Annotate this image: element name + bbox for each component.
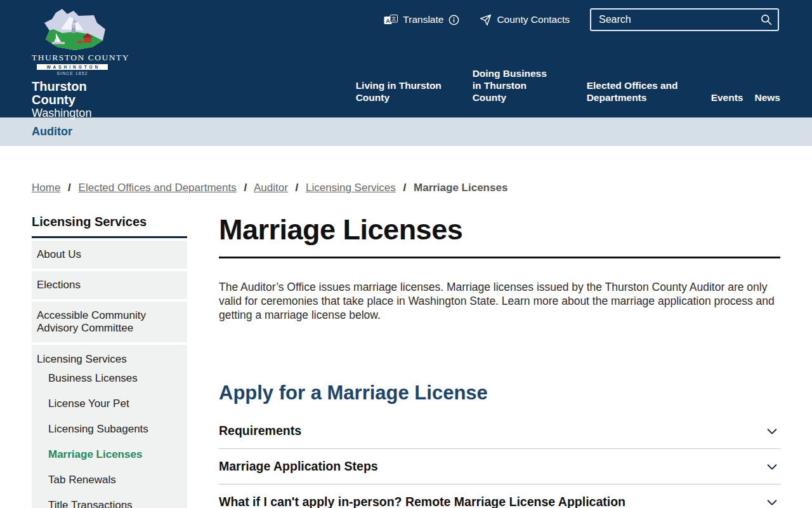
chevron-down-icon xyxy=(765,424,779,438)
accordion-label: What if I can't apply in-person? Remote … xyxy=(219,495,625,508)
translate-label: Translate xyxy=(403,14,443,25)
sidebar-item-licensing-services[interactable]: Licensing Services xyxy=(32,353,187,366)
breadcrumb-elected-offices[interactable]: Elected Offices and Departments xyxy=(79,182,237,194)
accordion-requirements[interactable]: Requirements xyxy=(219,413,780,449)
breadcrumb-current: Marriage Licenses xyxy=(414,182,508,194)
main-nav: Living in Thurston County Doing Business… xyxy=(356,67,780,104)
page-title: Marriage Licenses xyxy=(219,215,780,245)
nav-news[interactable]: News xyxy=(755,91,781,104)
sidebar-item-title-transactions[interactable]: Title Transactions xyxy=(32,493,187,508)
county-seal-icon xyxy=(37,8,108,52)
search-box[interactable] xyxy=(590,8,779,31)
breadcrumb-separator: / xyxy=(296,182,299,194)
sidebar-item-license-your-pet[interactable]: License Your Pet xyxy=(32,391,187,417)
county-contacts-link[interactable]: County Contacts xyxy=(480,14,570,26)
content-area: Licensing Services About Us Elections Ac… xyxy=(0,215,812,508)
site-header: THURSTON COUNTY WASHINGTON SINCE 1852 Th… xyxy=(0,0,812,117)
translate-button[interactable]: A 文 Translate xyxy=(384,14,459,25)
sidebar-item-about-us[interactable]: About Us xyxy=(32,241,187,269)
nav-doing-business[interactable]: Doing Business in Thurston County xyxy=(473,67,558,104)
info-icon[interactable] xyxy=(449,15,459,25)
sidebar-item-accessible-community-advisory-committee[interactable]: Accessible Community Advisory Committee xyxy=(32,302,187,342)
seal-title: THURSTON COUNTY xyxy=(32,53,113,63)
svg-text:文: 文 xyxy=(391,16,396,22)
accordion-list: Requirements Marriage Application Steps … xyxy=(219,413,780,508)
sidebar-item-marriage-licenses[interactable]: Marriage Licenses xyxy=(32,442,187,467)
nav-living-in-thurston-county[interactable]: Living in Thurston County xyxy=(356,79,443,104)
breadcrumb-separator: / xyxy=(244,182,247,194)
breadcrumb-separator: / xyxy=(403,182,407,194)
breadcrumb-auditor[interactable]: Auditor xyxy=(254,182,288,194)
breadcrumb-home[interactable]: Home xyxy=(32,182,60,194)
department-link[interactable]: Auditor xyxy=(32,125,72,138)
accordion-label: Requirements xyxy=(219,424,301,438)
search-input[interactable] xyxy=(599,14,760,25)
sidebar-title: Licensing Services xyxy=(32,215,187,238)
section-title: Apply for a Marriage License xyxy=(219,382,780,403)
main-column: Marriage Licenses The Auditor’s Office i… xyxy=(219,215,780,508)
sidebar: Licensing Services About Us Elections Ac… xyxy=(32,215,187,508)
search-icon[interactable] xyxy=(760,13,773,26)
department-bar: Auditor xyxy=(0,117,812,146)
county-contacts-label: County Contacts xyxy=(497,14,570,25)
accordion-label: Marriage Application Steps xyxy=(219,459,378,474)
seal-band: WASHINGTON xyxy=(37,64,108,70)
chevron-down-icon xyxy=(765,460,779,474)
title-divider xyxy=(219,257,780,258)
breadcrumb-licensing-services[interactable]: Licensing Services xyxy=(306,182,396,194)
sidebar-item-business-licenses[interactable]: Business Licenses xyxy=(32,366,187,391)
sidebar-group-licensing-services: Licensing Services Business Licenses Lic… xyxy=(32,345,187,508)
chevron-down-icon xyxy=(765,495,779,508)
sidebar-item-tab-renewals[interactable]: Tab Renewals xyxy=(32,467,187,493)
site-state: Washington xyxy=(32,107,133,119)
accordion-remote-application[interactable]: What if I can't apply in-person? Remote … xyxy=(219,485,780,508)
svg-text:A: A xyxy=(386,17,391,23)
translate-icon: A 文 xyxy=(384,15,398,25)
sidebar-item-elections[interactable]: Elections xyxy=(32,271,187,299)
accordion-marriage-application-steps[interactable]: Marriage Application Steps xyxy=(219,449,780,485)
send-icon xyxy=(480,14,492,26)
site-logo[interactable]: THURSTON COUNTY WASHINGTON SINCE 1852 Th… xyxy=(32,8,133,119)
seal-since: SINCE 1852 xyxy=(32,71,113,76)
sidebar-item-licensing-subagents[interactable]: Licensing Subagents xyxy=(32,417,187,442)
intro-paragraph: The Auditor’s Office issues marriage lic… xyxy=(219,280,780,322)
site-name: Thurston County xyxy=(32,80,133,107)
breadcrumb-separator: / xyxy=(68,182,71,194)
breadcrumb: Home / Elected Offices and Departments /… xyxy=(32,182,780,194)
nav-events[interactable]: Events xyxy=(711,91,743,104)
nav-elected-offices[interactable]: Elected Offices and Departments xyxy=(587,79,682,104)
utility-row: A 文 Translate County Contacts xyxy=(384,8,779,31)
